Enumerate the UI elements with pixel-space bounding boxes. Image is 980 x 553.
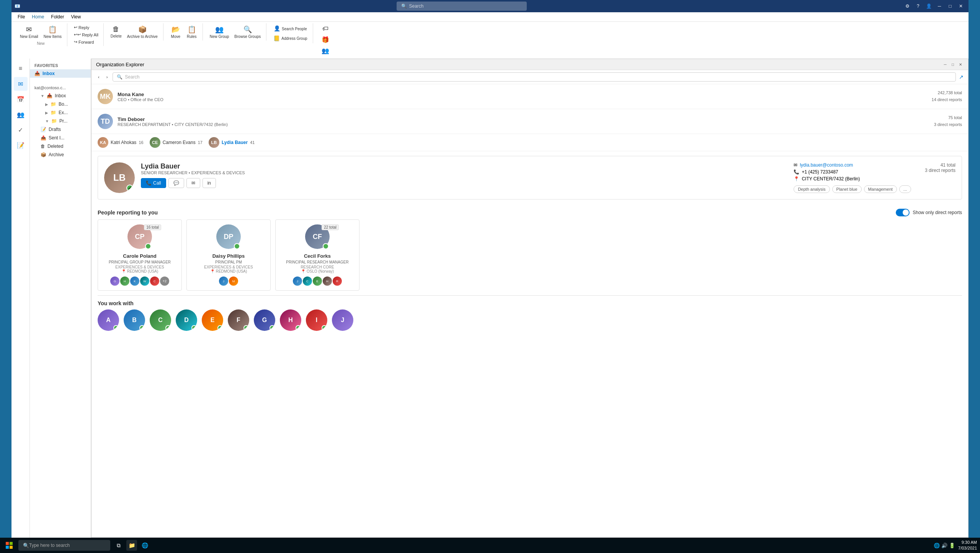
selected-person-card: LB ✓ Lydia Bauer SENIOR RESEARCHER • EXP… bbox=[98, 156, 490, 200]
breadcrumb-cameron[interactable]: CE Cameron Evans 17 bbox=[150, 137, 203, 148]
cecil-status bbox=[323, 243, 329, 249]
move-button[interactable]: 📂 Move bbox=[168, 24, 183, 40]
action-buttons: 📞 Call 💬 ✉ in bbox=[141, 178, 490, 188]
org-search-box[interactable]: 🔍 Search bbox=[113, 72, 490, 82]
org-forward-button[interactable]: › bbox=[105, 74, 110, 80]
reply-all-button[interactable]: ↩↩Reply All bbox=[72, 31, 100, 38]
menu-bar: File Home Folder View bbox=[11, 12, 490, 22]
favorites-header: Favorites bbox=[30, 62, 91, 69]
browse-groups-button[interactable]: 🔍 Browse Groups bbox=[232, 24, 263, 40]
menu-home[interactable]: Home bbox=[29, 13, 47, 21]
org-back-button[interactable]: ‹ bbox=[96, 74, 101, 80]
menu-view[interactable]: View bbox=[68, 13, 84, 21]
email-button[interactable]: ✉ bbox=[186, 178, 200, 188]
calendar-nav-icon[interactable]: 📅 bbox=[14, 92, 28, 106]
org-explorer-title-bar: Organization Explorer ─ □ ✕ bbox=[91, 59, 490, 70]
rules-button[interactable]: 📋 Rules bbox=[184, 24, 199, 40]
breadcrumb-lydia[interactable]: LB Lydia Bauer 41 bbox=[209, 137, 255, 148]
mail-nav-icon[interactable]: ✉ bbox=[14, 77, 28, 91]
org-nav: ‹ › 🔍 Search ↗ bbox=[91, 70, 490, 84]
breadcrumb-katri[interactable]: KA Katri Ahokas 16 bbox=[98, 137, 144, 148]
report-card-daisy[interactable]: DP Daisy Phillips PRINCIPAL PM EXPERIENC… bbox=[186, 219, 271, 276]
sidebar-archive[interactable]: 📦 Archive bbox=[36, 151, 91, 159]
carole-total: 16 total bbox=[144, 224, 161, 230]
nav-icons: ≡ ✉ 📅 👥 ✓ 📝 bbox=[11, 59, 30, 276]
title-bar: 📧 🔍 Search ⚙ ? 👤 ─ □ ✕ bbox=[11, 0, 490, 12]
sidebar-inbox[interactable]: ▼ 📥 Inbox bbox=[36, 92, 91, 100]
daisy-dept: EXPERIENCES & DEVICES bbox=[191, 265, 266, 269]
carole-status bbox=[145, 243, 151, 249]
report-card-cecil[interactable]: CF 22 total Cecil Forks PRINCIPAL RESEAR… bbox=[275, 219, 359, 276]
report-card-carole[interactable]: CP 16 total Carole Poland PRINCIPAL GROU… bbox=[98, 219, 182, 276]
search-text: Search bbox=[409, 3, 424, 9]
sidebar-drafts[interactable]: 📝 Drafts bbox=[36, 125, 91, 134]
forward-button[interactable]: ↪Forward bbox=[72, 39, 100, 45]
delete-button[interactable]: 🗑 Delete bbox=[108, 24, 124, 40]
vp-row[interactable]: TD Tim Deboer RESEARCH DEPARTMENT • CITY… bbox=[91, 109, 490, 134]
search-people-button[interactable]: 👤 Search People bbox=[271, 24, 309, 33]
tasks-nav-icon[interactable]: ✓ bbox=[14, 123, 28, 137]
folder-icon: 📥 bbox=[47, 93, 52, 98]
report-cards: CP 16 total Carole Poland PRINCIPAL GROU… bbox=[91, 219, 490, 276]
sidebar-deleted[interactable]: 🗑 Deleted bbox=[36, 142, 91, 151]
ceo-avatar: MK bbox=[98, 89, 113, 104]
sidebar-account[interactable]: kat@contoso.c... bbox=[30, 84, 91, 92]
carole-dept: EXPERIENCES & DEVICES bbox=[103, 265, 177, 269]
extra-btn-2[interactable]: 🎁 bbox=[318, 35, 333, 45]
carole-role: PRINCIPAL GROUP PM MANAGER bbox=[103, 260, 177, 265]
selected-name: Lydia Bauer bbox=[141, 162, 490, 170]
search-bar[interactable]: 🔍 Search bbox=[397, 2, 490, 11]
main-layout: ≡ ✉ 📅 👥 ✓ 📝 Favorites 📥 Inbox kat@contos… bbox=[11, 59, 490, 276]
sidebar-folder-bo[interactable]: ▶ 📁 Bo... bbox=[41, 100, 91, 108]
location-pin-icon-3: 📍 bbox=[301, 269, 305, 273]
ribbon-bar: ✉ New Email 📋 New Items New ↩Reply ↩↩Rep… bbox=[11, 22, 490, 59]
daisy-name: Daisy Phillips bbox=[191, 253, 266, 259]
cecil-dept: RESEARCH CORE bbox=[280, 265, 354, 269]
location-pin-icon: 📍 bbox=[121, 269, 126, 273]
daisy-status bbox=[234, 243, 240, 249]
extra-btn-1[interactable]: 🏷 bbox=[318, 24, 333, 34]
notes-nav-icon[interactable]: 📝 bbox=[14, 138, 28, 152]
cecil-name: Cecil Forks bbox=[280, 253, 354, 259]
daisy-location: 📍 REDMOND (USA) bbox=[191, 269, 266, 273]
sidebar-item-inbox-fav[interactable]: 📥 Inbox bbox=[30, 69, 91, 78]
extra-btn-3[interactable]: 👥 bbox=[318, 46, 333, 56]
sidebar: Favorites 📥 Inbox kat@contoso.c... ▼ 📥 I… bbox=[30, 59, 91, 276]
address-group-button[interactable]: 📒 Address Group bbox=[271, 34, 309, 43]
org-explorer-title-text: Organization Explorer bbox=[96, 62, 144, 67]
chat-button[interactable]: 💬 bbox=[168, 178, 184, 188]
org-search-icon: 🔍 bbox=[117, 74, 122, 80]
breadcrumb-cameron-avatar: CE bbox=[150, 137, 160, 148]
sidebar-folder-pr[interactable]: ▼ 📁 Pr... bbox=[41, 117, 91, 125]
vp-avatar: TD bbox=[98, 114, 113, 129]
outlook-icon: 📧 bbox=[15, 3, 20, 9]
outlook-window: 📧 🔍 Search ⚙ ? 👤 ─ □ ✕ File Home Folder … bbox=[11, 0, 490, 276]
org-body: MK Mona Kane CEO • Office of the CEO 242 bbox=[91, 84, 490, 276]
hamburger-icon[interactable]: ≡ bbox=[14, 62, 28, 75]
selected-person-info: Lydia Bauer SENIOR RESEARCHER • EXPERIEN… bbox=[141, 162, 490, 193]
daisy-role: PRINCIPAL PM bbox=[191, 260, 266, 265]
reply-button[interactable]: ↩Reply bbox=[72, 24, 100, 31]
sidebar-folder-ex[interactable]: ▶ 📁 Ex... bbox=[41, 108, 91, 117]
inbox-icon: 📥 bbox=[34, 71, 40, 76]
ceo-name: Mona Kane bbox=[118, 92, 490, 97]
cecil-role: PRINCIPAL RESEARCH MANAGER bbox=[280, 260, 354, 265]
breadcrumb-row: KA Katri Ahokas 16 CE Cameron Evans 17 bbox=[91, 134, 490, 151]
linkedin-button[interactable]: in bbox=[203, 178, 216, 188]
carole-location: 📍 REDMOND (USA) bbox=[103, 269, 177, 273]
search-icon: 🔍 bbox=[401, 3, 407, 9]
sidebar-sent[interactable]: 📤 Sent I... bbox=[36, 134, 91, 142]
selected-role: SENIOR RESEARCHER • EXPERIENCES & DEVICE… bbox=[141, 170, 490, 175]
new-items-button[interactable]: 📋 New Items bbox=[41, 24, 64, 40]
call-button[interactable]: 📞 Call bbox=[141, 178, 166, 188]
vp-title: RESEARCH DEPARTMENT • CITY CENTER/7432 (… bbox=[118, 122, 490, 127]
archive-button[interactable]: 📦 Archive to Archive bbox=[125, 24, 160, 40]
cecil-total: 22 total bbox=[322, 224, 339, 230]
new-group-button[interactable]: 👥 New Group bbox=[207, 24, 232, 40]
menu-file[interactable]: File bbox=[15, 13, 28, 21]
new-email-button[interactable]: ✉ New Email bbox=[18, 24, 41, 40]
people-nav-icon[interactable]: 👥 bbox=[14, 108, 28, 121]
menu-folder[interactable]: Folder bbox=[48, 13, 67, 21]
reporting-title: People reporting to you bbox=[98, 209, 158, 216]
ceo-row[interactable]: MK Mona Kane CEO • Office of the CEO 242 bbox=[91, 84, 490, 109]
